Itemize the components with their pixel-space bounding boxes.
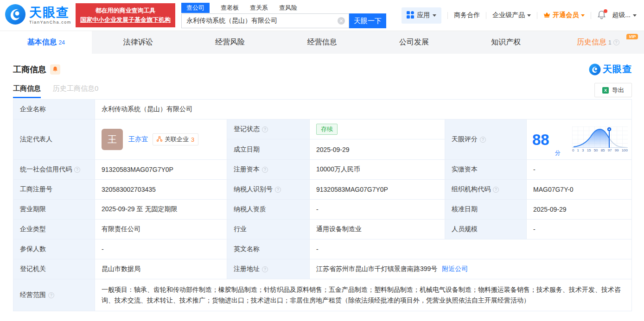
- tab-operation-risk-label: 经营风险: [215, 38, 245, 47]
- reg-capital-label-text: 注册资本: [234, 165, 260, 174]
- clear-search-icon[interactable]: ✕: [338, 17, 345, 25]
- tab-intellectual-property[interactable]: 知识产权: [460, 31, 552, 54]
- help-icon[interactable]: ?: [613, 39, 619, 45]
- score-label-text: 天眼评分: [452, 135, 478, 144]
- approval-date-value: 2025-09-29: [527, 200, 631, 220]
- business-term-label: 营业期限: [13, 200, 95, 220]
- tab-legal-proceedings-label: 法律诉讼: [123, 38, 153, 47]
- reg-number-label: 工商注册号: [13, 180, 95, 200]
- tab-company-development[interactable]: 公司发展: [368, 31, 460, 54]
- tab-history-info[interactable]: VIP 历史信息 1 ?: [552, 31, 644, 54]
- watermark-text: 天眼查: [603, 63, 632, 76]
- notification-bell-icon[interactable]: [597, 10, 606, 21]
- subtab-history-business-info[interactable]: 历史工商信息0: [53, 84, 98, 98]
- help-icon[interactable]: ?: [480, 137, 486, 143]
- axis-tick: 50: [594, 148, 598, 152]
- reg-capital-value: 10000万人民币: [310, 160, 445, 180]
- tianyancha-logo-icon: [5, 4, 26, 27]
- english-name-label: 英文名称: [227, 239, 310, 259]
- score-distribution-chart: 0 1 3 15 50 85 97 99 100: [572, 126, 628, 152]
- paid-capital-value: -: [527, 160, 631, 180]
- export-button[interactable]: X 导出: [594, 83, 632, 97]
- help-icon[interactable]: ?: [74, 167, 80, 173]
- apps-grid-icon: [407, 11, 414, 20]
- help-icon[interactable]: ?: [275, 187, 281, 193]
- tab-basic-info[interactable]: 基本信息 24: [0, 31, 92, 54]
- help-icon[interactable]: ?: [262, 126, 268, 132]
- search-tab-risk[interactable]: 查风险: [279, 4, 297, 12]
- tab-legal-proceedings[interactable]: 法律诉讼: [92, 31, 184, 54]
- tab-company-development-label: 公司发展: [399, 38, 429, 47]
- nav-super-account[interactable]: 超级...: [612, 11, 637, 19]
- reg-number-value: 320583002703435: [95, 180, 227, 200]
- business-scope-value: 一般项目：轴承、齿轮和传动部件制造；橡胶制品制造；针纺织品及原料销售；五金产品制…: [102, 284, 625, 306]
- search-tab-relation[interactable]: 查关系: [250, 4, 268, 12]
- reg-address-cell: 江苏省苏州市昆山市千灯镇景唐南路399号 附近公司: [310, 259, 631, 279]
- super-account-label: 超级...: [612, 11, 631, 19]
- logo-domain: TianYanCha.com: [29, 20, 71, 25]
- reg-status-label: 登记状态 ?: [227, 120, 310, 139]
- establish-date-value: 2025-09-29: [310, 139, 445, 160]
- section-header: 工商信息 天眼查: [0, 54, 644, 76]
- tab-operation-risk[interactable]: 经营风险: [184, 31, 276, 54]
- company-name-label: 企业名称: [13, 100, 95, 120]
- legal-rep-avatar[interactable]: 王: [102, 129, 123, 150]
- score-chart-axis: 0 1 3 15 50 85 97 99 100: [572, 148, 628, 152]
- reg-address-value: 江苏省苏州市昆山市千灯镇景唐南路399号: [316, 265, 437, 273]
- related-companies-count: 3: [191, 136, 194, 143]
- search-tab-boss[interactable]: 查老板: [221, 4, 239, 12]
- search-tab-company[interactable]: 查公司: [181, 3, 210, 13]
- insured-count-value: -: [95, 239, 227, 259]
- paid-capital-label: 实缴资本: [445, 160, 527, 180]
- search-button[interactable]: 天眼一下: [349, 13, 386, 28]
- chevron-down-icon: [581, 14, 585, 19]
- nav-open-vip[interactable]: 开通会员: [543, 11, 585, 19]
- legal-rep-name-link[interactable]: 王亦宜: [128, 135, 148, 144]
- apps-menu-button[interactable]: 应用: [402, 7, 441, 24]
- company-name-value: 永利传动系统（昆山）有限公司: [95, 100, 631, 120]
- insured-count-label: 参保人数: [13, 239, 95, 259]
- nav-enterprise-products[interactable]: 企业级产品: [492, 11, 531, 19]
- business-scope-label: 经营范围 ?: [13, 279, 95, 311]
- search-input[interactable]: [181, 13, 349, 28]
- reg-status-label-text: 登记状态: [234, 125, 260, 133]
- section-title: 工商信息: [13, 64, 46, 75]
- nav-business-cooperation[interactable]: 商务合作: [454, 11, 480, 19]
- industry-label: 行业: [227, 220, 310, 239]
- company-type-value: 有限责任公司: [95, 220, 227, 239]
- related-companies-badge[interactable]: 关联企业 3: [153, 133, 198, 145]
- help-icon[interactable]: ?: [262, 266, 268, 272]
- nearby-companies-link[interactable]: 附近公司: [442, 265, 468, 273]
- axis-tick: 1: [577, 148, 579, 152]
- axis-tick: 15: [587, 148, 591, 152]
- tianyancha-logo[interactable]: 天眼查 TianYanCha.com: [5, 4, 71, 27]
- top-header: 天眼查 TianYanCha.com 都在用的商业查询工具 国家中小企业发展子基…: [0, 0, 644, 31]
- subtab-business-info[interactable]: 工商信息: [13, 84, 41, 98]
- taxpayer-quality-value: -: [310, 200, 445, 220]
- credit-code-label: 统一社会信用代码 ?: [13, 160, 95, 180]
- business-info-table: 企业名称 永利传动系统（昆山）有限公司 法定代表人 王 王亦宜 关联企业 3 登…: [13, 99, 632, 311]
- business-term-value: 2025-09-29 至 无固定期限: [95, 200, 227, 220]
- status-badge: 存续: [316, 124, 338, 135]
- tab-history-info-count: 1: [608, 39, 612, 46]
- industry-value: 通用设备制造业: [310, 220, 445, 239]
- slogan-line2: 国家中小企业发展子基金旗下机构: [80, 15, 171, 25]
- divider: [447, 12, 448, 19]
- org-code-label-text: 组织机构代码: [452, 185, 491, 194]
- monitor-bell-icon[interactable]: [50, 64, 60, 75]
- score-value: 88: [532, 132, 549, 147]
- vip-badge: VIP: [626, 34, 638, 39]
- logo-title: 天眼查: [29, 6, 71, 19]
- staff-size-value: -: [527, 220, 631, 239]
- taxpayer-quality-label: 纳税人资质: [227, 200, 310, 220]
- crown-icon: [543, 12, 550, 19]
- taxpayer-id-value: 91320583MAG07G7Y0P: [310, 180, 445, 200]
- help-icon[interactable]: ?: [493, 187, 499, 193]
- help-icon[interactable]: ?: [262, 167, 268, 173]
- tab-operation-info[interactable]: 经营信息: [276, 31, 368, 54]
- score-cell[interactable]: 88 分: [527, 120, 631, 160]
- reg-capital-label: 注册资本 ?: [227, 160, 310, 180]
- reg-status-cell: 存续: [310, 120, 445, 139]
- business-scope-cell: 一般项目：轴承、齿轮和传动部件制造；橡胶制品制造；针纺织品及原料销售；五金产品制…: [95, 279, 631, 311]
- help-icon[interactable]: ?: [48, 292, 54, 298]
